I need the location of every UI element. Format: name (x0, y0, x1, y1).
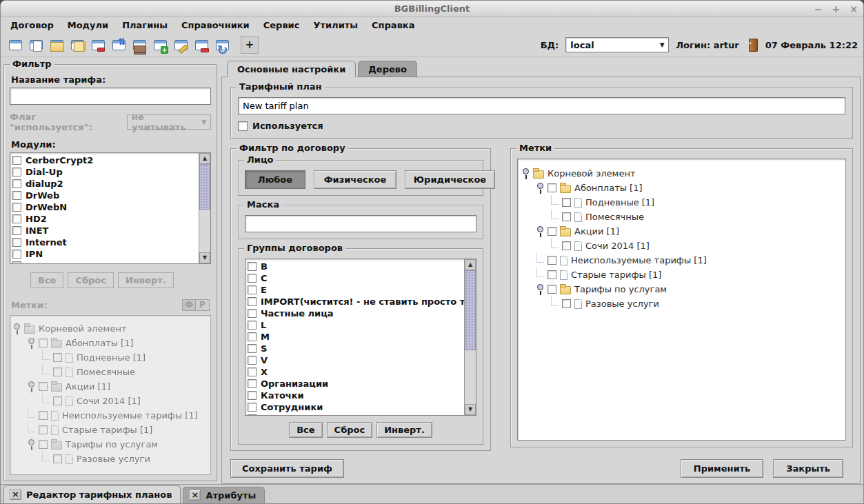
menu-item[interactable]: Справка (365, 19, 421, 32)
new-document-icon[interactable] (6, 36, 24, 54)
tree-checkbox-icon[interactable] (562, 299, 571, 308)
module-list-item[interactable]: DrWeb (12, 190, 199, 201)
group-list-item[interactable]: VIP-клиенты (248, 413, 464, 415)
tree-node[interactable]: Помесячные (522, 210, 841, 224)
tab[interactable]: Основные настройки (227, 61, 356, 77)
tree-checkbox-icon[interactable] (547, 270, 556, 279)
modules-scrollbar[interactable]: ▲ ▼ (199, 153, 210, 263)
add-toolbar-button[interactable]: + (241, 36, 259, 54)
checkbox-icon[interactable] (248, 391, 257, 400)
group-list-item[interactable]: X (248, 366, 464, 378)
close-button[interactable]: Закрыть (773, 459, 843, 478)
tree-node[interactable]: Акции [1] (522, 224, 841, 239)
groups-scrollbar[interactable]: ▲ ▼ (464, 259, 476, 415)
checkbox-icon[interactable] (248, 344, 257, 353)
scroll-up-icon[interactable]: ▲ (465, 259, 476, 270)
checkbox-icon[interactable] (248, 262, 257, 271)
tree-node[interactable]: Корневой элемент (13, 321, 208, 336)
expand-handle-icon[interactable] (28, 337, 35, 349)
tree-node[interactable]: Разовые услуги (13, 452, 208, 466)
checkbox-icon[interactable] (12, 238, 21, 247)
delete-window-icon[interactable] (192, 36, 210, 54)
tree-node[interactable]: Абонплаты [1] (13, 336, 208, 350)
save-tariff-button[interactable]: Сохранить тариф (230, 459, 344, 478)
checkbox-icon[interactable] (248, 403, 257, 412)
tree-checkbox-icon[interactable] (547, 183, 556, 192)
checkbox-icon[interactable] (12, 191, 21, 200)
checkbox-icon[interactable] (12, 214, 21, 223)
checkbox-icon[interactable] (248, 332, 257, 341)
expand-handle-icon[interactable] (536, 225, 544, 237)
group-list-item[interactable]: E (248, 284, 464, 296)
reset-button[interactable]: Сброс (327, 422, 373, 438)
tab[interactable]: Дерево (358, 61, 417, 77)
expand-handle-icon[interactable] (536, 182, 544, 194)
tree-node[interactable]: Разовые услуги (522, 296, 841, 311)
checkbox-icon[interactable] (12, 179, 21, 188)
tree-node[interactable]: Старые тарифы [1] (522, 268, 841, 282)
group-list-item[interactable]: M (248, 331, 464, 343)
tree-node[interactable]: Подневные [1] (13, 350, 208, 365)
scroll-down-icon[interactable]: ▼ (199, 252, 210, 263)
person-toggle-button[interactable]: Любое (245, 170, 305, 189)
expand-handle-icon[interactable] (522, 168, 530, 179)
checkbox-icon[interactable] (12, 203, 21, 212)
group-list-item[interactable]: IMPORT(чистится! - не ставить просто так… (248, 296, 464, 308)
checkbox-icon[interactable] (248, 285, 257, 294)
tree-node[interactable]: Подневные [1] (522, 195, 841, 210)
module-list-item[interactable]: DrWebN (12, 201, 199, 213)
tree-checkbox-icon[interactable] (547, 285, 556, 294)
menu-item[interactable]: Справочники (174, 19, 257, 32)
expand-handle-icon[interactable] (13, 323, 21, 334)
tree-checkbox-icon[interactable] (53, 454, 62, 463)
reset-button[interactable]: Сброс (68, 272, 114, 288)
group-list-item[interactable]: Каточки (248, 390, 464, 401)
stamp-icon[interactable] (130, 36, 148, 54)
apply-button[interactable]: Применить (681, 459, 764, 478)
module-list-item[interactable]: HD2 (12, 213, 199, 225)
module-list-item[interactable]: Dial-Up (12, 166, 199, 178)
group-list-item[interactable]: C (248, 272, 464, 284)
tree-node[interactable]: Абонплаты [1] (522, 181, 841, 195)
tree-node[interactable]: Корневой элемент (522, 166, 841, 181)
scroll-down-icon[interactable]: ▼ (465, 404, 476, 415)
tree-checkbox-icon[interactable] (39, 440, 48, 449)
delete-document-icon[interactable] (89, 36, 107, 54)
close-tab-icon[interactable] (189, 490, 201, 501)
tree-node[interactable]: Сочи 2014 [1] (522, 239, 841, 253)
scrollbar-thumb[interactable] (199, 164, 210, 210)
tree-node[interactable]: Тарифы по услугам (522, 282, 841, 296)
person-toggle-button[interactable]: Юридическое (405, 170, 495, 189)
close-tab-icon[interactable] (10, 489, 21, 500)
tree-node[interactable]: Неиспользуемые тарифы [1] (522, 253, 841, 268)
group-list-item[interactable]: B (248, 261, 464, 272)
bottom-tab[interactable]: Редактор тарифных планов (3, 485, 181, 503)
checkbox-icon[interactable] (12, 226, 21, 235)
expand-handle-icon[interactable] (28, 381, 35, 392)
checkbox-icon[interactable] (248, 379, 257, 388)
checkbox-icon[interactable] (12, 250, 21, 259)
group-list-item[interactable]: L (248, 319, 464, 331)
checkbox-icon[interactable] (248, 367, 257, 376)
f-toggle-button[interactable]: Ф (182, 299, 196, 311)
tree-checkbox-icon[interactable] (547, 227, 556, 236)
group-list-item[interactable]: S (248, 343, 464, 354)
refresh-icon[interactable] (213, 36, 231, 54)
paste-document-icon[interactable] (110, 36, 128, 54)
tree-checkbox-icon[interactable] (39, 382, 48, 391)
menu-item[interactable]: Утилиты (306, 19, 365, 32)
maximize-icon[interactable]: + (832, 4, 841, 14)
invert-button[interactable]: Инверт. (118, 272, 174, 288)
tariff-plan-name-input[interactable] (238, 97, 845, 114)
db-select[interactable]: local ▼ (565, 37, 669, 52)
module-list-item[interactable] (12, 260, 199, 263)
group-list-item[interactable]: Частные лица (248, 308, 464, 319)
module-list-item[interactable]: dialup2 (12, 178, 199, 190)
open-folder-icon[interactable] (48, 36, 66, 54)
tree-checkbox-icon[interactable] (562, 198, 571, 207)
copy-document-icon[interactable] (27, 36, 45, 54)
tree-checkbox-icon[interactable] (39, 339, 48, 347)
tree-node[interactable]: Сочи 2014 [1] (13, 394, 208, 408)
used-flag-select[interactable]: не учитывать ▼ (127, 114, 211, 130)
bottom-tab[interactable]: Атрибуты (183, 487, 265, 503)
